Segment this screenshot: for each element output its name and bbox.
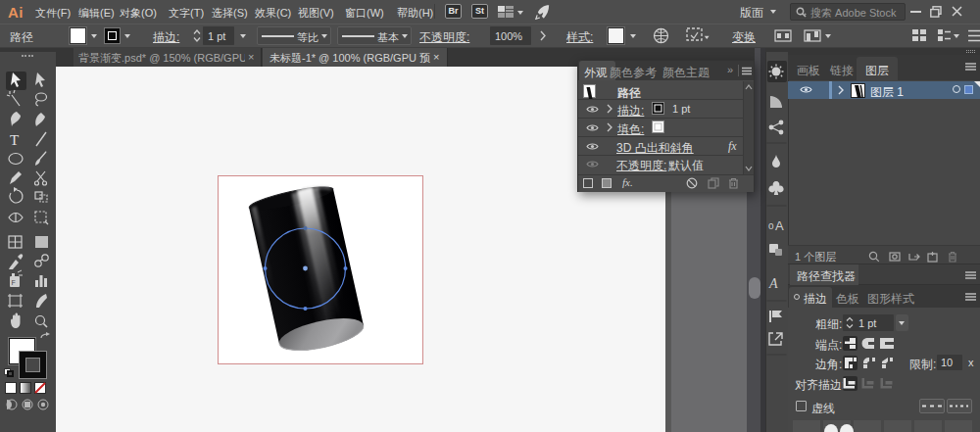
svg-text:A: A <box>775 218 784 233</box>
svg-text:A: A <box>768 276 778 291</box>
svg-text:F: F <box>12 279 16 286</box>
svg-text:T: T <box>10 132 19 148</box>
svg-text:o: o <box>768 220 774 231</box>
